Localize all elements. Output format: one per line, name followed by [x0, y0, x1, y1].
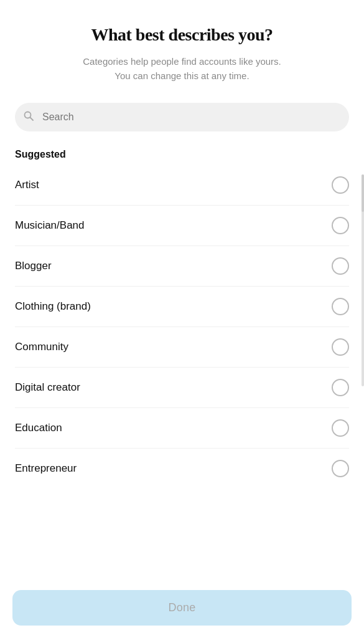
category-item-clothing-brand[interactable]: Clothing (brand) [15, 287, 349, 327]
search-icon [24, 111, 34, 123]
category-label: Entrepreneur [15, 462, 77, 475]
suggested-label: Suggested [15, 149, 349, 160]
page-subtitle: Categories help people find accounts lik… [15, 55, 349, 83]
radio-artist[interactable] [332, 176, 349, 194]
done-button[interactable]: Done [12, 590, 352, 626]
radio-digital-creator[interactable] [332, 379, 349, 396]
radio-education[interactable] [332, 419, 349, 437]
category-label: Clothing (brand) [15, 300, 91, 313]
scrollbar-track [362, 174, 364, 386]
category-item-artist[interactable]: Artist [15, 165, 349, 206]
search-container [15, 103, 349, 131]
radio-musician-band[interactable] [332, 217, 349, 234]
radio-clothing-brand[interactable] [332, 298, 349, 315]
category-label: Artist [15, 179, 39, 191]
category-label: Community [15, 341, 68, 353]
category-item-digital-creator[interactable]: Digital creator [15, 368, 349, 408]
radio-community[interactable] [332, 338, 349, 356]
category-label: Blogger [15, 260, 52, 272]
subtitle-line2: You can change this at any time. [114, 70, 249, 81]
main-content: What best describes you? Categories help… [0, 0, 364, 638]
page-title: What best describes you? [15, 25, 349, 45]
category-item-education[interactable]: Education [15, 408, 349, 449]
category-label: Digital creator [15, 381, 80, 394]
category-label: Education [15, 422, 62, 434]
scrollbar-thumb [362, 174, 364, 212]
category-item-musician-band[interactable]: Musician/Band [15, 206, 349, 246]
radio-entrepreneur[interactable] [332, 460, 349, 477]
category-label: Musician/Band [15, 219, 85, 232]
category-list: Artist Musician/Band Blogger Clothing (b… [15, 165, 349, 488]
subtitle-line1: Categories help people find accounts lik… [83, 56, 281, 67]
category-item-community[interactable]: Community [15, 327, 349, 368]
category-item-entrepreneur[interactable]: Entrepreneur [15, 449, 349, 488]
search-input[interactable] [15, 103, 349, 131]
done-button-container: Done [0, 583, 364, 638]
radio-blogger[interactable] [332, 257, 349, 275]
svg-line-1 [30, 118, 34, 121]
category-item-blogger[interactable]: Blogger [15, 246, 349, 287]
